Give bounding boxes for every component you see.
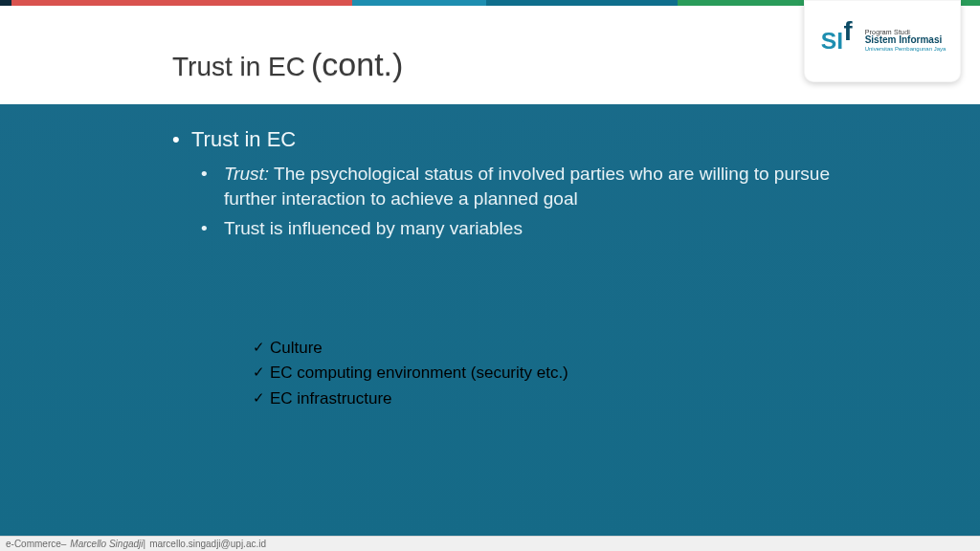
header-band: Trust in EC (cont.) SI f Program Studi S… [0,0,980,104]
accent-segment-red [11,0,352,6]
footer-email: marcello.singadji@upj.ac.id [149,539,266,549]
list-item: EC computing environment (security etc.) [253,361,568,386]
sif-logo-icon: SI f [819,19,861,61]
logo-text: Program Studi Sistem Informasi Universit… [865,29,947,52]
list-item: Trust: The psychological status of invol… [191,162,842,210]
logo-card: SI f Program Studi Sistem Informasi Univ… [804,0,961,82]
logo-inner: SI f Program Studi Sistem Informasi Univ… [819,19,947,61]
title-big: (cont.) [311,46,403,82]
checklist: Culture EC computing environment (securi… [253,336,568,411]
slide: Trust in EC (cont.) SI f Program Studi S… [0,0,980,551]
check-label: EC computing environment (security etc.) [270,364,568,382]
term: Trust: [224,164,269,184]
list-item: Trust is influenced by many variables [191,216,842,241]
list-item: Culture [253,336,568,361]
check-label: EC infrastructure [270,389,392,408]
svg-text:f: f [843,19,853,46]
bullet-level-2: Trust: The psychological status of invol… [191,162,842,241]
footer-course: e-Commerce [6,539,61,549]
footer-author: Marcello Singadji [70,539,143,549]
bullet-text: Trust is influenced by many variables [224,218,523,238]
title-small: Trust in EC [172,52,305,81]
footer-sep-1: – [61,539,67,549]
definition: The psychological status of involved par… [224,164,830,209]
accent-segment-navy [0,0,11,6]
svg-text:SI: SI [820,28,842,54]
bullet-level-1: Trust in EC Trust: The psychological sta… [191,127,842,247]
check-label: Culture [270,339,323,357]
slide-footer: e-Commerce – Marcello Singadji | marcell… [0,536,980,551]
list-item: Trust in EC Trust: The psychological sta… [191,127,842,241]
slide-title: Trust in EC (cont.) [172,46,403,83]
slide-body: Trust in EC Trust: The psychological sta… [0,104,980,551]
logo-line2: Sistem Informasi [865,35,947,46]
accent-segment-teal-light [352,0,486,6]
outline-heading: Trust in EC [191,127,296,151]
footer-sep-2: | [144,539,146,549]
logo-line3: Universitas Pembangunan Jaya [865,46,947,52]
accent-segment-teal-dark [486,0,678,6]
list-item: EC infrastructure [253,386,568,411]
